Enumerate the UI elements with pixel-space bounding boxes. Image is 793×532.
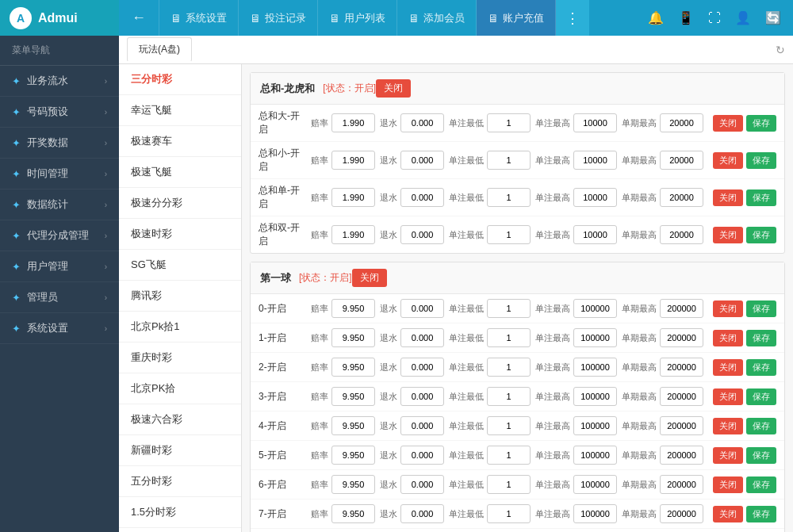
sidebar-item-settings[interactable]: ✦ 系统设置 › <box>0 313 119 344</box>
tuishui-input[interactable] <box>400 387 444 406</box>
danzhu-min-input[interactable] <box>487 225 531 244</box>
danzhu-min-input[interactable] <box>487 504 531 523</box>
save-button[interactable]: 保存 <box>746 388 776 405</box>
danzhu-max-input[interactable] <box>573 416 617 435</box>
game-item-cqsc[interactable]: 重庆时彩 <box>119 343 241 373</box>
game-item-bjpk2[interactable]: 北京PK拾 <box>119 373 241 404</box>
tuishui-input[interactable] <box>400 358 444 377</box>
danzhu-min-input[interactable] <box>487 151 531 170</box>
danzhu-max-input[interactable] <box>573 113 617 132</box>
danzhu-max-input[interactable] <box>573 475 617 494</box>
danqi-max-input[interactable] <box>660 358 703 377</box>
save-button[interactable]: 保存 <box>746 418 776 434</box>
tuishui-input[interactable] <box>400 475 444 494</box>
danzhu-min-input[interactable] <box>487 475 531 494</box>
sidebar-item-stats[interactable]: ✦ 数据统计 › <box>0 189 119 220</box>
nav-item-users[interactable]: 🖥 用户列表 <box>318 0 397 36</box>
tuishui-input[interactable] <box>400 188 444 207</box>
notification-icon[interactable]: 🔔 <box>648 10 664 25</box>
game-item-bjpk1[interactable]: 北京Pk拾1 <box>119 312 241 343</box>
peilv-input[interactable] <box>331 188 375 207</box>
danzhu-max-input[interactable] <box>573 328 617 347</box>
sidebar-item-user-manage[interactable]: ✦ 用户管理 › <box>0 251 119 282</box>
game-item-15sc[interactable]: 1.5分时彩 <box>119 497 241 528</box>
sidebar-item-number[interactable]: ✦ 号码预设 › <box>0 97 119 128</box>
save-button[interactable]: 保存 <box>746 330 776 346</box>
close-button[interactable]: 关闭 <box>713 152 743 169</box>
tuishui-input[interactable] <box>400 446 444 465</box>
game-item-jssc[interactable]: 极速赛车 <box>119 126 241 157</box>
save-button[interactable]: 保存 <box>746 115 776 132</box>
danzhu-min-input[interactable] <box>487 299 531 318</box>
peilv-input[interactable] <box>331 475 375 494</box>
refresh-icon[interactable]: 🔄 <box>765 10 781 25</box>
close-button[interactable]: 关闭 <box>713 447 743 464</box>
sidebar-item-business[interactable]: ✦ 业务流水 › <box>0 66 119 97</box>
game-item-txc[interactable]: 腾讯彩 <box>119 281 241 312</box>
peilv-input[interactable] <box>331 446 375 465</box>
close-button[interactable]: 关闭 <box>713 418 743 434</box>
danzhu-max-input[interactable] <box>573 151 617 170</box>
close-button[interactable]: 关闭 <box>713 227 743 243</box>
peilv-input[interactable] <box>331 113 375 132</box>
danqi-max-input[interactable] <box>660 446 703 465</box>
save-button[interactable]: 保存 <box>746 359 776 376</box>
section-zonghe-close-button[interactable]: 关闭 <box>376 79 411 98</box>
peilv-input[interactable] <box>331 416 375 435</box>
peilv-input[interactable] <box>331 299 375 318</box>
danzhu-min-input[interactable] <box>487 328 531 347</box>
danzhu-max-input[interactable] <box>573 446 617 465</box>
close-button[interactable]: 关闭 <box>713 330 743 346</box>
save-button[interactable]: 保存 <box>746 152 776 169</box>
tuishui-input[interactable] <box>400 299 444 318</box>
danqi-max-input[interactable] <box>660 188 703 207</box>
sidebar-item-admin[interactable]: ✦ 管理员 › <box>0 282 119 313</box>
danzhu-max-input[interactable] <box>573 225 617 244</box>
save-button[interactable]: 保存 <box>746 227 776 243</box>
nav-item-system[interactable]: 🖥 系统设置 <box>159 0 239 36</box>
danqi-max-input[interactable] <box>660 475 703 494</box>
game-item-xjsc[interactable]: 新疆时彩 <box>119 435 241 466</box>
sidebar-item-lottery[interactable]: ✦ 开奖数据 › <box>0 128 119 159</box>
nav-more-button[interactable]: ⋮ <box>556 0 589 36</box>
save-button[interactable]: 保存 <box>746 477 776 493</box>
danqi-max-input[interactable] <box>660 113 703 132</box>
nav-item-add-member[interactable]: 🖥 添加会员 <box>397 0 477 36</box>
fullscreen-icon[interactable]: ⛶ <box>708 11 721 25</box>
peilv-input[interactable] <box>331 151 375 170</box>
tab-refresh-icon[interactable]: ↻ <box>776 44 785 56</box>
danzhu-min-input[interactable] <box>487 188 531 207</box>
peilv-input[interactable] <box>331 387 375 406</box>
tuishui-input[interactable] <box>400 504 444 523</box>
danzhu-max-input[interactable] <box>573 188 617 207</box>
danzhu-min-input[interactable] <box>487 113 531 132</box>
section-di1qiu-close-button[interactable]: 关闭 <box>352 269 387 287</box>
nav-back-button[interactable]: ← <box>119 0 159 36</box>
close-button[interactable]: 关闭 <box>713 506 743 522</box>
peilv-input[interactable] <box>331 328 375 347</box>
nav-item-recharge[interactable]: 🖥 账户充值 <box>477 0 556 36</box>
tuishui-input[interactable] <box>400 151 444 170</box>
close-button[interactable]: 关闭 <box>713 477 743 493</box>
save-button[interactable]: 保存 <box>746 447 776 464</box>
danzhu-max-input[interactable] <box>573 504 617 523</box>
danzhu-max-input[interactable] <box>573 387 617 406</box>
danzhu-min-input[interactable] <box>487 387 531 406</box>
peilv-input[interactable] <box>331 504 375 523</box>
tuishui-input[interactable] <box>400 113 444 132</box>
danqi-max-input[interactable] <box>660 416 703 435</box>
tuishui-input[interactable] <box>400 225 444 244</box>
close-button[interactable]: 关闭 <box>713 115 743 132</box>
sidebar-item-agent[interactable]: ✦ 代理分成管理 › <box>0 220 119 251</box>
nav-item-betting[interactable]: 🖥 投注记录 <box>239 0 318 36</box>
game-item-jsft[interactable]: 极速飞艇 <box>119 157 241 188</box>
danqi-max-input[interactable] <box>660 225 703 244</box>
save-button[interactable]: 保存 <box>746 300 776 317</box>
peilv-input[interactable] <box>331 225 375 244</box>
game-item-jsff[interactable]: 极速分分彩 <box>119 188 241 219</box>
game-item-xylft[interactable]: 幸运飞艇 <box>119 95 241 126</box>
game-item-jslhc[interactable]: 极速六合彩 <box>119 404 241 435</box>
peilv-input[interactable] <box>331 358 375 377</box>
danzhu-max-input[interactable] <box>573 299 617 318</box>
close-button[interactable]: 关闭 <box>713 388 743 405</box>
